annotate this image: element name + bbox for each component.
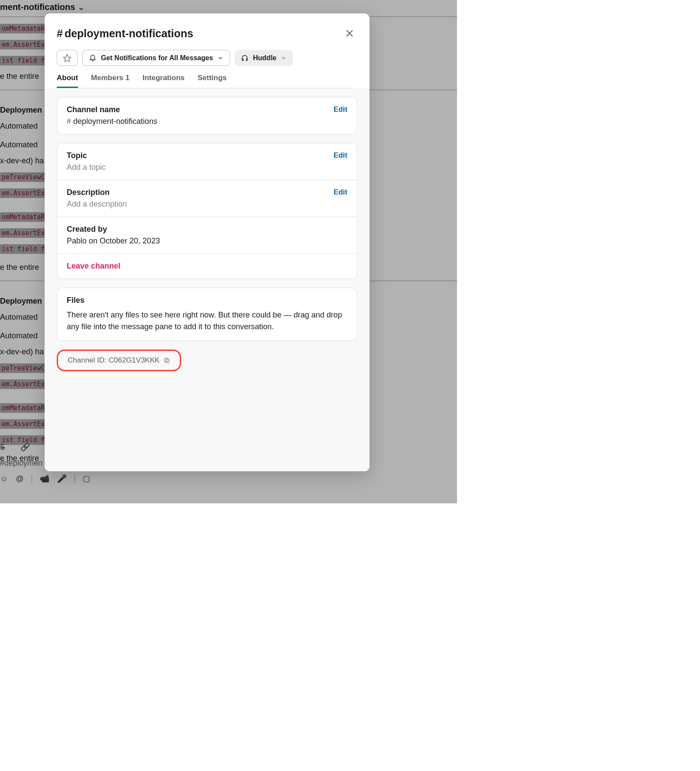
created-by-value: Pablo on October 20, 2023 <box>67 236 347 246</box>
edit-description[interactable]: Edit <box>334 188 347 197</box>
huddle-button[interactable]: Huddle <box>235 50 293 66</box>
modal-title: # deployment-notifications <box>57 27 193 40</box>
star-button[interactable] <box>57 50 78 66</box>
close-button[interactable] <box>342 26 357 41</box>
channel-id-highlight: Channel ID: C062G1V3KKK <box>57 350 181 371</box>
edit-topic[interactable]: Edit <box>334 151 347 160</box>
close-icon <box>345 29 354 38</box>
chevron-down-icon <box>217 55 224 61</box>
description-placeholder: Add a description <box>67 200 127 209</box>
tabs: About Members 1 Integrations Settings <box>57 74 357 88</box>
edit-channel-name[interactable]: Edit <box>334 105 347 114</box>
created-by-label: Created by <box>67 225 347 234</box>
details-card: Topic Add a topic Edit Description Add a… <box>57 143 357 279</box>
star-icon <box>63 54 71 62</box>
description-label: Description <box>67 188 127 197</box>
bell-icon <box>89 54 97 62</box>
files-text: There aren't any files to see here right… <box>67 309 347 333</box>
headphones-icon <box>241 54 249 62</box>
channel-name-card: Channel name # deployment-notifications … <box>57 97 357 134</box>
svg-rect-1 <box>164 358 168 362</box>
notifications-button[interactable]: Get Notifications for All Messages <box>82 50 230 66</box>
leave-channel[interactable]: Leave channel <box>67 262 120 270</box>
topic-label: Topic <box>67 151 106 160</box>
topic-placeholder: Add a topic <box>67 163 106 172</box>
tab-settings[interactable]: Settings <box>198 74 227 88</box>
notifications-label: Get Notifications for All Messages <box>101 54 213 62</box>
tab-about[interactable]: About <box>57 74 78 88</box>
tab-members[interactable]: Members 1 <box>91 74 130 88</box>
channel-name-value: # deployment-notifications <box>67 117 157 126</box>
huddle-label: Huddle <box>253 54 276 62</box>
channel-name-label: Channel name <box>67 105 157 114</box>
chevron-down-icon <box>281 55 287 61</box>
channel-id-label: Channel ID: C062G1V3KKK <box>68 356 160 365</box>
copy-channel-id[interactable] <box>163 357 170 364</box>
tab-integrations[interactable]: Integrations <box>143 74 185 88</box>
svg-rect-0 <box>165 359 169 363</box>
channel-details-modal: # deployment-notifications Get Notificat… <box>45 13 369 471</box>
files-label: Files <box>67 296 347 305</box>
copy-icon <box>163 357 170 364</box>
files-card: Files There aren't any files to see here… <box>57 288 357 341</box>
